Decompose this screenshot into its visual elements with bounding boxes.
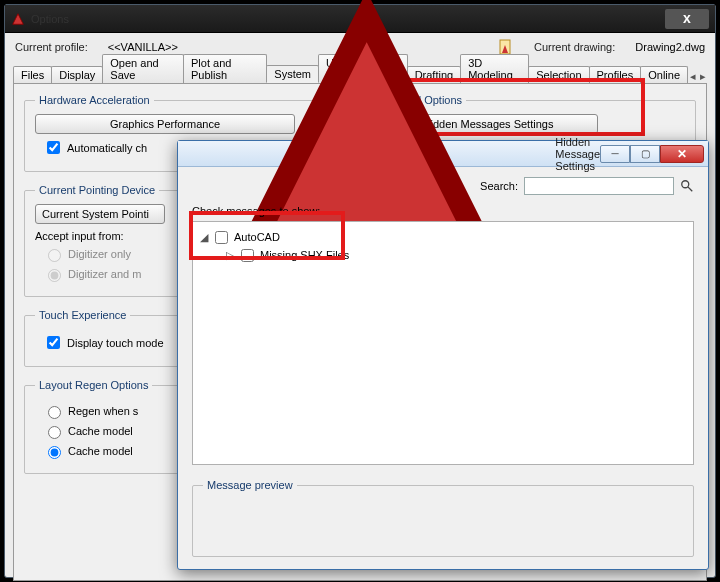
tab-open-and-save[interactable]: Open and Save	[102, 54, 184, 83]
profile-name: <<VANILLA>>	[108, 41, 178, 53]
cache-model-1-label: Cache model	[68, 425, 133, 437]
cache-model-2-label: Cache model	[68, 445, 133, 457]
hms-body: Search: Check messages to show: ◢ AutoCA…	[178, 167, 708, 579]
message-preview-label: Message preview	[203, 479, 297, 491]
tab-scroll-right[interactable]: ▸	[699, 69, 707, 83]
message-preview-group: Message preview	[192, 479, 694, 557]
message-tree: ◢ AutoCAD ▷ Missing SHX Files	[192, 221, 694, 465]
digitizer-only-radio	[48, 249, 61, 262]
tree-root-checkbox[interactable]	[215, 231, 228, 244]
touch-mode-checkbox[interactable]	[47, 336, 60, 349]
tab-scroll: ◂ ▸	[689, 69, 707, 83]
hms-title: Hidden Message Settings	[555, 136, 600, 172]
cache-model-2-radio[interactable]	[48, 446, 61, 459]
auto-check-checkbox[interactable]	[47, 141, 60, 154]
hardware-legend: Hardware Acceleration	[35, 94, 154, 106]
hms-titlebar: Hidden Message Settings ─ ▢ ✕	[178, 141, 708, 167]
tree-child-checkbox[interactable]	[241, 249, 254, 262]
touch-legend: Touch Experience	[35, 309, 130, 321]
tab-profiles[interactable]: Profiles	[589, 66, 642, 83]
expander-collapse-icon[interactable]: ◢	[199, 233, 208, 242]
search-input[interactable]	[524, 177, 674, 195]
options-close-button[interactable]: x	[665, 9, 709, 29]
tree-root-row[interactable]: ◢ AutoCAD	[199, 228, 687, 246]
tab-files[interactable]: Files	[13, 66, 52, 83]
drawing-name: Drawing2.dwg	[635, 41, 705, 53]
search-icon[interactable]	[680, 179, 694, 193]
tree-root-label: AutoCAD	[234, 231, 280, 243]
tab-display[interactable]: Display	[51, 66, 103, 83]
tree-child-row[interactable]: ▷ Missing SHX Files	[225, 246, 687, 264]
pointing-legend: Current Pointing Device	[35, 184, 159, 196]
regen-when-radio[interactable]	[48, 406, 61, 419]
tree-child-label: Missing SHX Files	[260, 249, 349, 261]
regen-legend: Layout Regen Options	[35, 379, 152, 391]
hidden-message-settings-window: Hidden Message Settings ─ ▢ ✕ Search: Ch…	[177, 140, 709, 570]
cache-model-1-radio[interactable]	[48, 426, 61, 439]
hms-close-button[interactable]: ✕	[660, 145, 704, 163]
digitizer-and-label: Digitizer and m	[68, 268, 141, 280]
search-label: Search:	[480, 180, 518, 192]
pointing-device-select[interactable]: Current System Pointi	[35, 204, 165, 224]
profile-label: Current profile:	[15, 41, 88, 53]
tab-online[interactable]: Online	[640, 66, 688, 83]
hms-maximize-button[interactable]: ▢	[630, 145, 660, 163]
tab-scroll-left[interactable]: ◂	[689, 69, 697, 83]
digitizer-only-label: Digitizer only	[68, 248, 131, 260]
svg-point-1	[682, 181, 689, 188]
auto-check-label: Automatically ch	[67, 142, 147, 154]
hms-minimize-button[interactable]: ─	[600, 145, 630, 163]
app-icon	[11, 12, 25, 26]
svg-line-2	[688, 187, 692, 191]
digitizer-and-radio	[48, 269, 61, 282]
expander-leaf-icon[interactable]: ▷	[225, 251, 234, 260]
touch-mode-label: Display touch mode	[67, 337, 164, 349]
regen-when-label: Regen when s	[68, 405, 138, 417]
